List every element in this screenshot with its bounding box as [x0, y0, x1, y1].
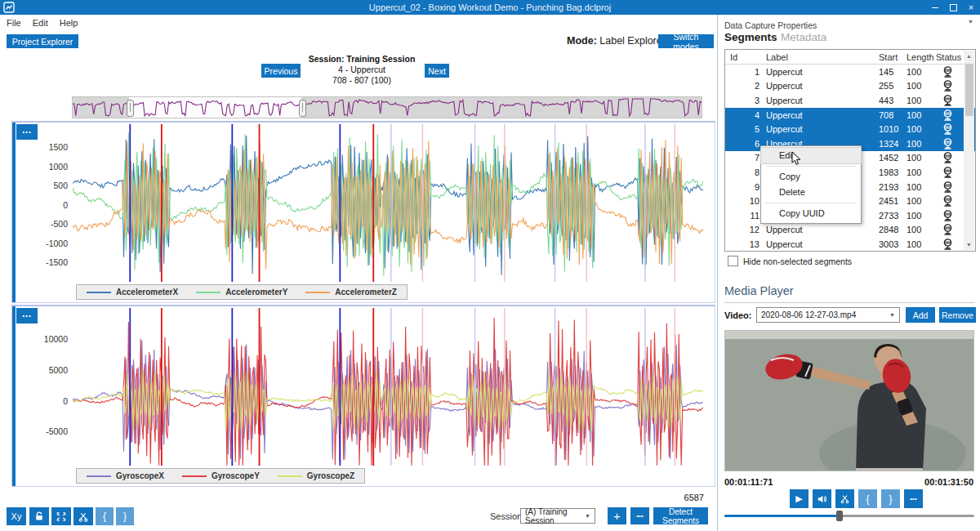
clip-cut-button[interactable] [835, 489, 854, 508]
column-header-length[interactable]: Length [906, 52, 936, 62]
segment-id: 7 [725, 153, 761, 163]
cut-segment-button[interactable] [74, 507, 93, 525]
video-status-icon [942, 181, 953, 193]
tab-metadata[interactable]: Metadata [781, 31, 826, 43]
column-header-id[interactable]: Id [725, 52, 761, 62]
segment-length: 100 [906, 196, 936, 206]
hide-non-selected-checkbox[interactable] [728, 256, 738, 266]
table-scrollbar[interactable]: ▲▼ [964, 51, 974, 250]
mode-indicator: Mode: Label Explorer [567, 35, 666, 47]
segment-length: 100 [906, 239, 936, 249]
segment-end-button[interactable]: } [116, 507, 134, 525]
menu-item-file[interactable]: File [7, 18, 21, 28]
y-tick-label: 10000 [35, 334, 68, 344]
seek-bar-handle[interactable] [836, 511, 843, 521]
segment-row-4[interactable]: 4Uppercut708100 [725, 108, 975, 123]
tab-segments[interactable]: Segments [724, 31, 777, 43]
segment-row-1[interactable]: 1Uppercut145100 [725, 65, 975, 79]
menu-item-edit[interactable]: Edit [33, 18, 48, 28]
y-tick-label: 500 [35, 181, 68, 190]
clip-start-button[interactable]: { [858, 489, 877, 508]
session-info: Session: Training Session 4 - Uppercut 7… [302, 54, 421, 86]
previous-session-button[interactable]: Previous [261, 64, 301, 78]
next-session-button[interactable]: Next [425, 64, 449, 78]
column-header-start[interactable]: Start [879, 52, 906, 62]
sample-count: 6587 [572, 493, 704, 502]
close-button[interactable]: × [962, 0, 980, 15]
scroll-down-icon[interactable]: ▼ [964, 239, 974, 250]
segment-row-13[interactable]: 13Uppercut3003100 [725, 237, 975, 252]
switch-modes-button[interactable]: Switch modes [658, 34, 714, 48]
y-tick-label: -1000 [35, 239, 68, 248]
overview-right-handle[interactable] [299, 100, 306, 117]
project-explorer-button[interactable]: Project Explorer [7, 34, 78, 48]
segment-id: 8 [725, 167, 761, 177]
volume-button[interactable] [813, 489, 831, 508]
segment-label: Uppercut [761, 239, 879, 249]
scissors-icon [78, 511, 88, 522]
segment-start: 2848 [879, 225, 906, 234]
session-more-button[interactable]: ••• [630, 507, 649, 524]
segment-label: Uppercut [761, 96, 879, 105]
context-menu-item-edit[interactable]: Edit [761, 148, 861, 163]
segment-row-3[interactable]: 3Uppercut443100 [725, 93, 975, 108]
y-tick-label: -5000 [35, 426, 68, 436]
gyroscope-plot[interactable] [73, 308, 703, 466]
segment-id: 9 [725, 182, 761, 192]
menu-item-help[interactable]: Help [60, 18, 78, 28]
overview-left-handle[interactable] [127, 100, 134, 117]
legend-label: AccelerometerZ [335, 288, 397, 297]
session-overview-strip[interactable] [72, 96, 702, 118]
detect-segments-button[interactable]: Detect Segments [653, 507, 708, 524]
fit-view-button[interactable] [51, 507, 71, 525]
video-select[interactable]: 2020-08-06 12-27-03.mp4 ▼ [756, 307, 900, 323]
segment-row-12[interactable]: 12Uppercut2848100 [725, 223, 975, 238]
clip-end-button[interactable]: } [881, 489, 900, 508]
accelerometer-plot[interactable] [73, 124, 703, 282]
legend-item: GyroscopeY [182, 471, 260, 480]
segment-start-button[interactable]: { [96, 507, 114, 525]
segment-row-5[interactable]: 5Uppercut1010100 [725, 122, 975, 136]
play-icon: ▶ [795, 493, 802, 504]
video-status-icon [942, 195, 953, 207]
lock-button[interactable] [29, 507, 49, 525]
scrollbar-thumb[interactable] [965, 64, 973, 116]
segment-length: 100 [906, 182, 936, 192]
gyro-chart-menu-button[interactable]: ••• [16, 308, 38, 324]
seek-bar[interactable] [724, 515, 974, 517]
segment-start: 2451 [879, 196, 906, 206]
legend-label: GyroscopeZ [307, 471, 354, 480]
scroll-up-icon[interactable]: ▲ [964, 51, 974, 61]
segment-label: Uppercut [761, 225, 879, 234]
video-remove-button[interactable]: Remove [939, 307, 976, 323]
session-select[interactable]: (A) Training Session ▼ [520, 508, 595, 524]
video-status-icon [942, 239, 953, 250]
accel-chart-menu-button[interactable]: ••• [16, 124, 38, 140]
video-add-button[interactable]: Add [906, 307, 935, 323]
column-header-status[interactable]: Status [936, 52, 959, 62]
segment-row-2[interactable]: 2Uppercut255100 [725, 79, 975, 94]
player-more-button[interactable]: ••• [904, 489, 923, 508]
xy-axes-button[interactable]: Xy [7, 507, 26, 525]
context-menu-item-copy[interactable]: Copy [761, 169, 861, 185]
segment-id: 13 [725, 239, 761, 249]
play-button[interactable]: ▶ [790, 489, 808, 508]
minimize-button[interactable] [926, 0, 944, 15]
video-frame[interactable] [724, 330, 974, 471]
add-session-button[interactable]: + [608, 507, 626, 524]
legend-item: AccelerometerX [87, 288, 178, 297]
column-header-label[interactable]: Label [761, 52, 879, 62]
chevron-down-icon: ▼ [585, 513, 590, 519]
segment-label: Uppercut [761, 67, 879, 77]
segment-length: 100 [906, 211, 936, 221]
restore-button[interactable] [944, 0, 962, 15]
context-menu-item-copy-uuid[interactable]: Copy UUID [761, 206, 861, 221]
segment-label: Uppercut [761, 81, 879, 91]
y-tick-label: -1500 [35, 257, 68, 267]
context-menu-item-delete[interactable]: Delete [761, 185, 861, 200]
y-tick-label: 0 [35, 200, 68, 210]
video-status-icon [942, 138, 953, 149]
video-status-icon [942, 66, 953, 78]
panel-collapse-icon[interactable]: ▼ [968, 19, 973, 25]
y-tick-label: -500 [35, 219, 68, 229]
